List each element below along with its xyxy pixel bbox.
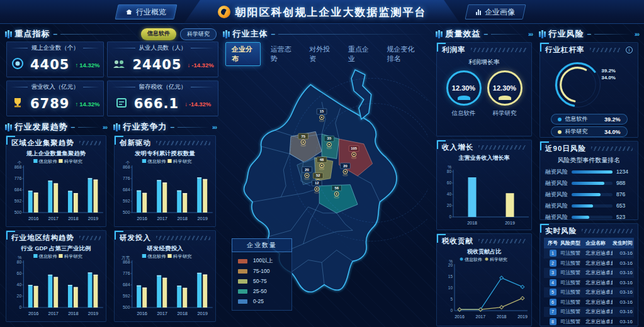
key-indicator-card: 留存税收（亿元）666.1↓-14.32% (107, 80, 218, 116)
industry-pill-idle[interactable]: 科学研究 (180, 28, 217, 40)
panel-industry-risk: 行业风险 行业杠杆率 i 39.2%34.0% 信息软件39.2%科学研究34.… (538, 28, 640, 323)
industry-pill-active[interactable]: 信息软件 (141, 28, 176, 40)
svg-text:20: 20 (448, 263, 453, 267)
arrow-down-icon: ↓ (188, 62, 191, 69)
row-company: 北京启迪卓越科技有限公司 (585, 260, 613, 267)
home-icon (126, 9, 132, 14)
title-line (178, 127, 209, 128)
row-company: 北京启迪卓越科技有限公司 (585, 289, 613, 296)
svg-text:2018: 2018 (497, 314, 507, 319)
panel-title-icon (436, 30, 443, 38)
expand-icon[interactable] (103, 124, 107, 131)
panel-key-indicators: 重点指标 信息软件科学研究 规上企业数（个）4405↑14.32%从业人员数（人… (4, 28, 218, 119)
chart-rnd-spend: 研发经费投入信息软件科学研究万元500592684776868201620172… (115, 243, 215, 322)
table-row[interactable]: 2司法预警北京启迪卓越科技有限公司03-16 (544, 258, 634, 269)
panel-title-icon (113, 123, 120, 131)
row-company: 北京启迪卓越科技有限公司 (585, 299, 613, 306)
bar (74, 287, 78, 308)
table-row[interactable]: 3司法预警北京启迪卓越科技有限公司03-16 (544, 268, 634, 278)
expand-icon[interactable] (635, 31, 639, 38)
chart-income-growth: 主营业务收入增长率%02040608020182019 (437, 153, 531, 230)
bar (177, 285, 181, 308)
table-row[interactable]: 4司法预警北京启迪卓越科技有限公司03-16 (544, 278, 634, 288)
metric-label: 从业人员数（人） (139, 44, 187, 52)
hatch-decor (79, 141, 101, 145)
legend-swatch-icon (238, 299, 247, 304)
bar (34, 192, 38, 213)
legend-label: 信息软件 (565, 115, 601, 123)
svg-text:684: 684 (14, 187, 22, 192)
svg-text:2016: 2016 (28, 216, 38, 221)
risk-type-label: 融资风险 (545, 179, 568, 187)
map-legend: 企业数量 100以上75-10050-7525-500-25 (232, 238, 292, 311)
svg-text:2018: 2018 (68, 216, 78, 221)
section-title: 税收贡献 (442, 236, 473, 246)
legend-label: 科学研究 (565, 128, 601, 136)
metric-value: 24405 (132, 57, 181, 72)
bar (48, 275, 52, 308)
svg-text:15: 15 (448, 274, 453, 279)
section-title: 行业地区结构趋势 (11, 233, 74, 243)
metric-delta: ↑14.32% (75, 101, 99, 108)
table-row[interactable]: 7司法预警北京启迪卓越科技有限公司03-16 (544, 307, 634, 317)
nav-industry-overview[interactable]: 行业概览 (115, 4, 177, 19)
bar (183, 288, 187, 308)
row-risk-type: 司法预警 (560, 250, 585, 257)
card-risk-90d: 近90日风险 风险类型事件数量排名 融资风险1234融资风险988融资风险876… (539, 141, 638, 220)
svg-text:868: 868 (123, 260, 130, 264)
row-date: 03-16 (613, 319, 633, 324)
svg-text:行业 GDP 占第三产业比例: 行业 GDP 占第三产业比例 (21, 245, 91, 252)
top-header: 行业概览 朝阳区科创规上企业大数据监测平台 企业画像 (0, 0, 644, 24)
expand-icon[interactable] (528, 31, 533, 38)
platform-logo-icon (218, 6, 230, 18)
expand-icon[interactable] (212, 124, 217, 131)
title-dash (587, 30, 592, 38)
table-row[interactable]: 8司法预警北京启迪卓越科技有限公司03-16 (544, 317, 634, 327)
arrow-up-icon: ↑ (75, 62, 78, 69)
risk-rank-row: 融资风险653 (540, 200, 638, 211)
legend-range-label: 75-100 (253, 268, 269, 274)
row-risk-type: 司法预警 (560, 260, 585, 267)
risk-type-label: 融资风险 (545, 191, 568, 199)
line-series (460, 278, 523, 309)
title-dash (71, 123, 76, 131)
metric-label: 规上企业数（个） (31, 44, 79, 52)
title-line (278, 34, 429, 35)
panel-title: 质量效益 (446, 28, 481, 40)
bar (88, 272, 93, 308)
svg-text:39.2%: 39.2% (601, 68, 616, 74)
svg-text:776: 776 (14, 176, 22, 180)
nav-enterprise-profile[interactable]: 企业画像 (465, 4, 526, 19)
map-legend-item: 75-100 (238, 266, 286, 276)
bar (94, 180, 98, 213)
svg-text:60: 60 (447, 180, 452, 185)
panel-title: 重点指标 (15, 28, 50, 40)
svg-text:%: % (18, 255, 21, 260)
trophy-icon (11, 96, 25, 112)
leverage-legend-item[interactable]: 信息软件39.2% (551, 114, 628, 125)
district-map: 157535105482020521256 企业数量 100以上75-10050… (224, 59, 428, 321)
map-legend-item: 25-50 (238, 286, 286, 296)
table-row[interactable]: 5司法预警北京启迪卓越科技有限公司03-16 (544, 287, 634, 297)
svg-text:信息软件: 信息软件 (39, 254, 57, 259)
bar (468, 177, 477, 217)
svg-text:万元: 万元 (121, 255, 130, 260)
map-legend-item: 100以上 (238, 256, 286, 266)
svg-text:科学研究: 科学研究 (490, 257, 507, 262)
bar (88, 178, 93, 213)
title-dash (171, 123, 175, 131)
bar (142, 287, 147, 308)
risk-type-label: 融资风险 (545, 202, 568, 210)
table-row[interactable]: 6司法预警北京启迪卓越科技有限公司03-16 (544, 297, 634, 308)
table-row[interactable]: 1司法预警北京启迪卓越科技有限公司03-16 (544, 248, 634, 258)
bar (68, 191, 72, 213)
info-icon[interactable]: i (626, 47, 633, 53)
bar (54, 183, 58, 213)
key-indicator-card: 从业人员数（人）24405↓-14.32% (107, 42, 218, 77)
hatch-decor (471, 48, 527, 52)
hatch-decor (590, 48, 621, 52)
leverage-legend-item[interactable]: 科学研究34.0% (551, 126, 628, 137)
panel-title-icon (223, 30, 230, 38)
svg-text:规上企业数量集聚趋势: 规上企业数量集聚趋势 (26, 150, 87, 157)
risk-bar (572, 170, 613, 174)
